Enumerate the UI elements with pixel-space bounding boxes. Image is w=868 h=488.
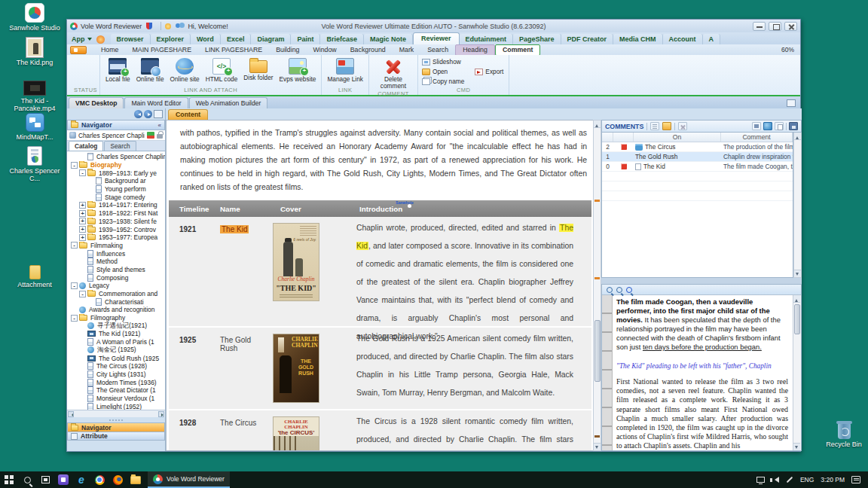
ribbon-button-local-file[interactable]: Local file <box>102 56 133 84</box>
tree-item-1914-1917-entering[interactable]: +1914–1917: Entering <box>67 201 165 209</box>
app-menu-button[interactable]: App <box>70 35 95 44</box>
save-icon[interactable] <box>789 122 798 130</box>
collapse-icon[interactable]: « <box>158 122 161 129</box>
sub-tab-window[interactable]: Window <box>306 45 343 55</box>
tree-horizontal-scrollbar[interactable] <box>67 410 165 417</box>
delete-comment-icon[interactable] <box>678 122 687 130</box>
scroll-down-icon[interactable] <box>793 443 800 450</box>
comment-row-the-circus[interactable]: 2The CircusThe production of the film wa… <box>602 142 793 152</box>
ribbon-button-disk-folder[interactable]: Disk folder <box>240 56 276 82</box>
tree-item-a-woman-of-paris-1[interactable]: A Woman of Paris (1 <box>67 338 165 346</box>
sub-tab-home[interactable]: Home <box>94 45 125 55</box>
menu-tab-diagram[interactable]: Diagram <box>251 34 291 44</box>
ribbon-button-online-site[interactable]: Online site <box>167 56 203 84</box>
expand-icon[interactable]: + <box>79 226 86 233</box>
nav-back-button[interactable] <box>134 110 142 118</box>
magnifier-plus-icon[interactable] <box>626 287 632 293</box>
tree-item-1889-1913-early-ye[interactable]: -1889–1913: Early ye <box>67 169 165 177</box>
tree-item-the-circus-1928[interactable]: The Circus (1928) <box>67 362 165 371</box>
menu-tab-briefcase[interactable]: Briefcase <box>320 34 364 44</box>
content-scrollbar[interactable] <box>593 120 601 451</box>
nav-pages-icon[interactable] <box>154 110 163 118</box>
scroll-right-icon[interactable] <box>158 411 164 417</box>
attribute-band[interactable]: Attribute <box>67 432 165 441</box>
menu-tab-word[interactable]: Word <box>191 34 221 44</box>
tree-item-monsieur-verdoux-1[interactable]: Monsieur Verdoux (1 <box>67 395 165 403</box>
tree-item-1953-1977-europea[interactable]: +1953–1977: Europea <box>67 233 165 242</box>
tree-item-the-great-dictator-1[interactable]: The Great Dictator (1 <box>67 386 165 395</box>
scroll-left-icon[interactable] <box>68 411 74 417</box>
task-view-button[interactable] <box>36 471 54 488</box>
panel-splitter[interactable] <box>67 417 165 422</box>
ribbon-button-export[interactable]: Export <box>475 68 503 75</box>
tree-item-stage-comedy[interactable]: Stage comedy <box>67 193 165 201</box>
nav-forward-button[interactable] <box>144 110 152 118</box>
scroll-down-icon[interactable] <box>794 270 801 277</box>
taskbar-active-app[interactable]: Vole Word Reviewer <box>148 471 230 488</box>
gear-icon[interactable] <box>96 35 105 44</box>
expand-icon[interactable]: + <box>79 218 86 224</box>
navigator-tab-catalog[interactable]: Catalog <box>69 141 103 151</box>
doc-tab-web-animation-builder[interactable]: Web Animation Builder <box>189 97 268 108</box>
tree-item-charles-spencer-chaplin[interactable]: Charles Spencer Chaplin <box>67 153 165 161</box>
ribbon-button-html-code[interactable]: HTML code <box>203 56 241 84</box>
doc-tab-vmc-desktop[interactable]: VMC Desktop <box>69 97 124 108</box>
tree-item-1918-1922-first-nat[interactable]: +1918–1922: First Nat <box>67 209 165 218</box>
sub-tab-comment[interactable]: Comment <box>495 44 541 56</box>
comments-splitter[interactable] <box>601 278 802 284</box>
tree-item-background-ar[interactable]: Background ar <box>67 177 165 185</box>
export-monitor-icon[interactable] <box>752 122 761 130</box>
report-doc-icon[interactable] <box>775 122 784 130</box>
comment-row-the-kid[interactable]: 0The KidThe film made Coogan, then a w <box>602 162 793 172</box>
menu-tab-reviewer[interactable]: Reviewer <box>413 32 460 44</box>
tree-item-the-kid-1921[interactable]: The Kid (1921) <box>67 330 165 338</box>
taskbar-file-explorer[interactable] <box>127 471 145 488</box>
tree-item-method[interactable]: Method <box>67 258 165 266</box>
preview-scrollbar[interactable] <box>793 295 801 450</box>
magnifier-icon[interactable] <box>607 287 613 293</box>
tree-item-the-gold-rush-1925[interactable]: The Gold Rush (1925 <box>67 354 165 362</box>
collapse-icon[interactable]: - <box>71 282 78 289</box>
tree-item-characterisati[interactable]: Characterisati <box>67 297 165 306</box>
ribbon-button-online-file[interactable]: Online file <box>133 56 167 84</box>
tree-item-biography[interactable]: -Biography <box>67 161 165 169</box>
sub-tab-link-pageshare[interactable]: LINK PAGESHARE <box>198 45 269 55</box>
desktop-icon-mindmapt[interactable]: MindMapT... <box>8 113 62 141</box>
ribbon-button-copy-name[interactable]: Copy name <box>420 77 466 86</box>
menu-tab-excel[interactable]: Excel <box>221 34 252 44</box>
scrollbar-thumb[interactable] <box>594 320 601 382</box>
ribbon-button-open[interactable]: Open <box>420 67 466 76</box>
tree-item-limelight-1952[interactable]: Limelight (1952) <box>67 402 165 410</box>
sync-globe-icon[interactable] <box>763 122 772 130</box>
scroll-up-icon[interactable] <box>794 133 801 140</box>
tree-item-filmography[interactable]: -Filmography <box>67 314 165 322</box>
menu-tab-paint[interactable]: Paint <box>291 34 320 44</box>
tree-item-composing[interactable]: Composing <box>67 273 165 282</box>
desktop-icon-the-kid-pancake-mp4[interactable]: The Kid - Pancake.mp4 <box>8 78 62 112</box>
doc-tab-main-word-editor[interactable]: Main Word Editor <box>124 97 188 108</box>
ribbon-button-evps-website[interactable]: Evps website <box>277 56 319 84</box>
desktop-icon-the-kid-png[interactable]: The Kid.png <box>8 38 62 66</box>
taskbar-firefox[interactable] <box>108 471 127 488</box>
expand-icon[interactable]: + <box>79 234 86 241</box>
navigator-band[interactable]: Navigator <box>67 422 165 432</box>
sort-icon[interactable] <box>650 122 659 130</box>
tree-item-young-perform[interactable]: Young perform <box>67 185 165 194</box>
pen-icon[interactable] <box>787 477 793 483</box>
collapse-icon[interactable]: - <box>79 291 86 297</box>
taskbar-search-button[interactable] <box>18 471 36 488</box>
tree-item-寻子遇仙记-1921[interactable]: 寻子遇仙记(1921) <box>67 322 165 330</box>
menu-tab-magic-note[interactable]: Magic Note <box>364 34 413 44</box>
scrollbar-thumb[interactable] <box>794 304 800 334</box>
menu-tab-edutainment[interactable]: Edutainment <box>460 34 514 44</box>
comments-grid-scrollbar[interactable] <box>793 133 802 278</box>
start-button[interactable] <box>0 471 18 488</box>
ribbon-button-slideshow[interactable]: Slideshow <box>420 57 466 66</box>
tree-item-style-and-themes[interactable]: Style and themes <box>67 266 165 274</box>
menu-tab-explorer[interactable]: Explorer <box>151 34 191 44</box>
tree-item-awards-and-recognition[interactable]: Awards and recognition <box>67 306 165 314</box>
menu-tab-browser[interactable]: Browser <box>111 34 151 44</box>
tree-item-commemoration-and[interactable]: -Commemoration and <box>67 290 165 298</box>
clock[interactable]: 3:20 PM <box>821 476 845 483</box>
tree-item-legacy[interactable]: -Legacy <box>67 282 165 290</box>
